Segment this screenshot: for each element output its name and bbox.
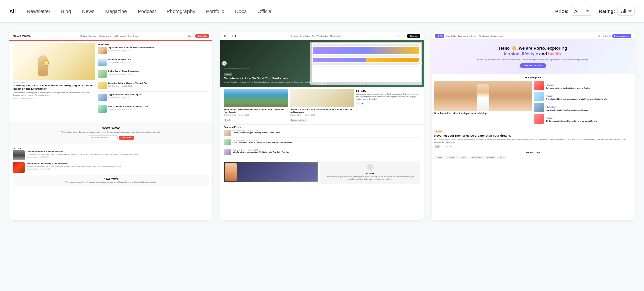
pitch-footer-tagline: Welcome to your go-to destination for fr… (323, 176, 418, 180)
nw-auth: Sign in Subscribe (188, 34, 209, 38)
porto-nav-tags: Tags (458, 35, 462, 37)
nw-article-2-thumb (98, 58, 107, 66)
pitch-twitter-icon[interactable]: ✕ (361, 102, 364, 105)
card-porto[interactable]: Porto Style Guide Tags Authors Posts ▾ M… (432, 32, 635, 220)
pitch-feat-1: By Liam O'Reilly — Sep 14, 2023 Remote W… (224, 130, 420, 138)
porto-money-img (534, 114, 544, 124)
nw-article-3-thumb (98, 70, 107, 78)
nw-nav-health: Health (113, 35, 118, 37)
pitch-grid-tag-2: Business and work (290, 119, 307, 122)
tab-portfolio[interactable]: Portfolio (206, 8, 224, 14)
tab-all[interactable]: All (9, 8, 16, 14)
porto-right-title-1: Self-observation is the first step of in… (546, 87, 590, 89)
nw-latest-1-excerpt: Sustainable urban development seeks to c… (27, 153, 139, 156)
nw-article-3: Global Supply Chain Disruptions By Kelly… (98, 70, 209, 80)
nw-latest-1-img (13, 150, 25, 160)
nw-mid-logo: News Wave (16, 126, 206, 130)
pitch-featured-section: Featured Posts By Liam O'Reilly — Sep 14… (220, 124, 423, 159)
pitch-feat-img-2 (224, 139, 231, 145)
porto-tag-lifestyle-pill[interactable]: Lifestyle (445, 156, 457, 159)
rating-label: Rating: (599, 9, 615, 14)
tab-photography[interactable]: Photography (167, 8, 195, 14)
porto-header: Porto Style Guide Tags Authors Posts ▾ M… (432, 32, 635, 40)
pitch-about-block: PITCH. Welcome to your go-to destination… (356, 89, 420, 122)
pitch-feat-img-1 (224, 130, 231, 136)
porto-tag-travel-pill[interactable]: Travel (434, 156, 444, 159)
pitch-featured-title: Featured Posts (224, 126, 420, 128)
card-newswave[interactable]: News Wave Culture Economy Environment He… (9, 32, 212, 220)
pitch-feat-3: By Liam O'Reilly — Sep 14, 2023 Mindful … (224, 149, 420, 157)
nw-nav-about: About (120, 35, 126, 37)
porto-tag-tech: Technology (546, 106, 557, 108)
tab-official[interactable]: Official (257, 8, 273, 14)
porto-nav: Style Guide Tags Authors Posts ▾ Members… (446, 35, 596, 37)
nw-footer-logo: News Wave (15, 177, 206, 180)
tab-blog[interactable]: Blog (61, 8, 71, 14)
nw-subscribe-btn-mid[interactable]: Subscribe (119, 136, 134, 140)
theme-cards-grid: News Wave Culture Economy Environment He… (0, 23, 644, 230)
porto-hero-sub: Introducing a modern and sleek theme for… (436, 58, 630, 61)
pitch-hero-byline: By Liam O'Reilly — Sep 14, 2023 (224, 67, 333, 69)
nw-email-input[interactable] (88, 135, 118, 140)
nw-nav: Culture Economy Environment Health About… (80, 35, 138, 37)
porto-health-text: health. (548, 51, 562, 56)
nw-article-5-title: Cryptocurrencies and Their Impact (108, 94, 209, 96)
nw-article-2-meta: By Jose Walker — May 24, 2023 (108, 61, 209, 63)
tab-magazine[interactable]: Magazine (105, 8, 127, 14)
nw-latest-articles: Urban Planning for Sustainable Cities Su… (9, 150, 212, 173)
tab-podcast[interactable]: Podcast (138, 8, 156, 14)
pitch-grid-meta-1: By Liam O'Reilly — Sep 14, 2023 (224, 114, 288, 116)
nw-article-1-title: Impact of Social Media on Modern Relatio… (108, 47, 209, 49)
pitch-grid-img-desk (290, 89, 354, 107)
porto-lifestyle-text: lifestyle (522, 51, 538, 56)
pitch-facebook-icon[interactable]: f (356, 102, 360, 105)
price-select[interactable]: All Free Paid (571, 7, 592, 16)
pitch-feat-title-2: Urban Gardening: How to Cultivate a Gree… (233, 141, 293, 144)
nw-latest-2: Mental Health Awareness in the Workplace… (13, 162, 209, 173)
nw-article-1-meta: By Jose Walker — May 24, 2023 (108, 50, 209, 52)
pitch-moon-icon: 🌙 (402, 35, 405, 37)
tab-newsletter[interactable]: Newsletter (26, 8, 50, 14)
porto-feat-main-title: Self-observation is the first step of in… (434, 112, 532, 115)
pitch-carousel-dots (319, 84, 326, 85)
nw-subscribe-button[interactable]: Subscribe (195, 34, 209, 38)
porto-tag-technology-pill[interactable]: Technology (470, 156, 484, 159)
porto-tag-fashion-pill[interactable]: Fashion (485, 156, 496, 159)
nw-article-4: Exploring Cultural Diversity Through Art… (98, 82, 209, 92)
pitch-hero-title: Remote Work: How To Build Your Workspace (224, 77, 333, 81)
porto-tag-food-pill[interactable]: Food (497, 156, 506, 159)
porto-tag-health-2: Health (546, 117, 553, 119)
pitch-hero-tag: Trends (224, 73, 232, 76)
nw-latest-2-excerpt: The world acknowledges the growing impor… (27, 165, 121, 168)
nw-latest-2-img (13, 162, 25, 173)
porto-right-item-1: Lifestyle Self-observation is the first … (534, 81, 632, 90)
nw-nav-environment: Environment (99, 35, 111, 37)
porto-join-btn[interactable]: Join now – it's free! (520, 63, 546, 68)
tab-docs[interactable]: Docs (235, 8, 247, 14)
porto-clock-icon: ⏱ (441, 146, 443, 148)
pitch-next-arrow[interactable]: › (417, 61, 422, 66)
nw-hero-image (13, 43, 95, 80)
pitch-nav-sidebar: Post With Sidebar (312, 35, 328, 37)
nw-mid-tagline: Your trusted source for wide-ranging per… (16, 131, 206, 133)
nw-latest-2-title: Mental Health Awareness in the Workplace (27, 162, 121, 165)
pitch-grid-title-2: Diversity, Equity, and Inclusion in the … (290, 108, 354, 114)
porto-tech-img (534, 103, 544, 112)
porto-tag-health-pill[interactable]: Health (458, 156, 468, 159)
pitch-nav-membership: Membership (330, 35, 341, 37)
porto-right-items: Lifestyle Self-observation is the first … (534, 81, 632, 124)
porto-become-btn[interactable]: Become member (612, 34, 631, 38)
pitch-grid-tag-1: Travel (224, 119, 231, 122)
porto-popular-tags-title: Popular Tags (432, 150, 635, 154)
card-pitch[interactable]: PITCH. Demos Style Guide Post With Sideb… (220, 32, 423, 220)
rating-select[interactable]: All 4+ 5 (617, 7, 635, 16)
porto-read-time: 3 min read (444, 146, 452, 148)
porto-travel-section: Travel Never let your memories be greate… (432, 125, 635, 150)
nw-article-6-thumb (98, 105, 107, 113)
pitch-signup-btn[interactable]: Sign Up (407, 34, 420, 38)
porto-right-item-3: Technology New tech innovation for low c… (534, 103, 632, 112)
tab-news[interactable]: News (82, 8, 95, 14)
porto-right-item-4: Health All the money in the world can't … (534, 114, 632, 124)
pitch-about-logo: PITCH. (356, 89, 420, 92)
pitch-prev-arrow[interactable]: ‹ (222, 61, 227, 66)
